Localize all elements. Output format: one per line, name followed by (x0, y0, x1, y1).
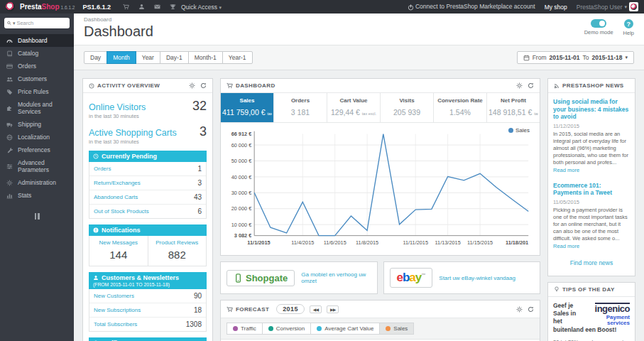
panel-refresh-icon[interactable] (528, 82, 534, 89)
messages-menu-icon[interactable] (154, 4, 160, 10)
read-more-link[interactable]: Read more (553, 167, 579, 173)
sidebar-item-advanced-parameters[interactable]: Advanced Parameters (0, 156, 74, 176)
forecast-tab-traffic[interactable]: Traffic (227, 323, 263, 335)
article-title-link[interactable]: Using social media for your business: 4 … (553, 98, 630, 121)
forecast-tab-average-cart-value[interactable]: Average Cart Value (310, 323, 380, 335)
range-month-button[interactable]: Month (107, 51, 136, 64)
exclamation-icon (93, 227, 99, 233)
panel-refresh-icon[interactable] (200, 82, 207, 89)
forecast-tab-sales[interactable]: Sales (379, 323, 414, 335)
svg-text:50 000 €: 50 000 € (231, 158, 252, 164)
forecast-tab-conversion[interactable]: Conversion (262, 323, 311, 335)
forecast-prev-button[interactable]: ◀◀ (310, 305, 322, 313)
new-messages-cell[interactable]: New Messages144 (89, 236, 148, 266)
search-icon (7, 21, 11, 26)
user-menu[interactable]: PrestaShop User ▾ (577, 2, 638, 11)
ingenico-logo: ingenico Paymentservices (582, 302, 630, 327)
svg-text:11/18/201: 11/18/201 (506, 239, 528, 246)
brand-name: PrestaShop1.6.1.2 (20, 3, 75, 11)
date-range-toolbar: Day Month Year Day-1 Month-1 Year-1 From… (74, 45, 644, 70)
sidebar-item-administration[interactable]: Administration (0, 176, 74, 189)
article-excerpt: Picking a payment provider is one of the… (553, 207, 630, 250)
kpi-orders[interactable]: Orders3 181 (274, 93, 327, 122)
credit-card-icon (6, 63, 13, 70)
sidebar-search[interactable]: ▾ (4, 18, 70, 28)
cart-menu-icon[interactable] (123, 4, 129, 10)
page-title: Dashboard (84, 23, 153, 40)
sidebar-item-price-rules[interactable]: Price Rules (0, 85, 74, 98)
kpi-sales[interactable]: Sales411 759,00 € tax excl. (221, 93, 274, 122)
sidebar-item-stats[interactable]: Stats (0, 189, 74, 202)
sidebar-item-modules[interactable]: Modules and Services (0, 98, 74, 118)
sidebar-item-shipping[interactable]: Shipping (0, 118, 74, 131)
range-month-1-button[interactable]: Month-1 (188, 51, 223, 64)
sidebar-item-orders[interactable]: Orders (0, 60, 74, 72)
marketplace-link[interactable]: Connect to PrestaShop Marketplace accoun… (408, 3, 535, 10)
customers-menu-icon[interactable] (138, 4, 145, 10)
kpi-conversion-rate[interactable]: Conversion Rate1.54% (434, 93, 487, 122)
quick-access-menu[interactable]: Quick Access ▾ (181, 4, 222, 11)
range-day-button[interactable]: Day (84, 51, 107, 64)
sidebar-item-preferences[interactable]: Preferences (0, 144, 74, 156)
pending-row[interactable]: Return/Exchanges3 (89, 176, 206, 190)
range-year-1-button[interactable]: Year-1 (222, 51, 253, 64)
demo-mode-toggle[interactable] (591, 19, 606, 28)
read-more-link[interactable]: Read more (553, 243, 579, 249)
kpi-cart-value[interactable]: Cart Value129,44 € tax excl. (327, 93, 381, 122)
sidebar-item-catalog[interactable]: Catalog (0, 47, 74, 60)
bar-chart-icon (6, 193, 13, 199)
trophy-menu-icon[interactable] (170, 4, 176, 10)
panel-settings-icon[interactable] (516, 306, 523, 313)
customers-row[interactable]: New Customers90 (89, 289, 206, 303)
customers-newsletters-header: Customers & Newsletters (FROM 2015-11-01… (89, 272, 207, 289)
article-title-link[interactable]: Ecommerce 101: Payments in a Tweet (553, 182, 630, 197)
calendar-icon (523, 55, 530, 61)
active-carts-link[interactable]: Active Shopping Carts (89, 128, 177, 138)
top-bar: PrestaShop1.6.1.2 PS1.6.1.2 Quick Access… (0, 0, 644, 13)
svg-text:20 000 €: 20 000 € (231, 205, 252, 212)
forecast-next-button[interactable]: ▶▶ (327, 305, 339, 313)
search-input[interactable] (16, 20, 67, 26)
sidebar-item-dashboard[interactable]: Dashboard (0, 34, 74, 47)
search-scope-caret-icon[interactable]: ▾ (13, 21, 16, 26)
sidebar-collapse-handle[interactable] (33, 213, 41, 220)
my-shop-link[interactable]: My shop (545, 4, 567, 11)
article-date: 11/12/2015 (553, 123, 630, 129)
range-day-1-button[interactable]: Day-1 (160, 51, 189, 64)
svg-text:3 082 €: 3 082 € (234, 232, 251, 239)
avg-cart-dot-icon (317, 326, 322, 331)
find-more-news-link[interactable]: Find more news (553, 259, 630, 266)
panel-refresh-icon[interactable] (528, 306, 534, 313)
date-range-picker[interactable]: From2015-11-01 To2015-11-18 ▾ (517, 51, 634, 64)
shopgate-link[interactable]: Ga mobiel en verhoog uw omzet (301, 271, 371, 284)
product-reviews-cell[interactable]: Product Reviews882 (148, 236, 207, 266)
cart-icon (227, 82, 233, 89)
article-excerpt: In 2015, social media are an integral pa… (553, 131, 630, 174)
pending-row[interactable]: Orders1 (89, 162, 206, 176)
activity-overview-panel: ACTIVITY OVERVIEW Online Visitors32 in t… (82, 78, 213, 341)
chevron-down-icon: ▾ (625, 55, 628, 60)
customers-row[interactable]: New Subscriptions18 (89, 303, 206, 318)
ebay-link[interactable]: Start uw eBay-winkel vandaag (439, 275, 515, 281)
panel-settings-icon[interactable] (189, 82, 195, 89)
pending-row[interactable]: Out of Stock Products6 (89, 205, 206, 218)
sidebar-item-customers[interactable]: Customers (0, 72, 74, 85)
gauge-icon (6, 38, 13, 44)
customers-row[interactable]: Total Subscribers1308 (89, 318, 206, 331)
active-carts-value: 3 (200, 124, 207, 139)
help-icon[interactable]: ? (624, 19, 633, 28)
dashboard-panel: DASHBOARD Sales411 759,00 € tax excl. Or… (220, 78, 540, 256)
breadcrumb[interactable]: Dashboard (84, 16, 153, 23)
svg-text:10 000 €: 10 000 € (231, 222, 252, 228)
sidebar-item-localization[interactable]: Localization (0, 131, 74, 144)
kpi-net-profit[interactable]: Net Profit148 918,51 € tax excl. (487, 93, 540, 122)
svg-text:11/1/2015: 11/1/2015 (247, 239, 270, 246)
chart-legend-sales[interactable]: Sales (508, 127, 530, 134)
pending-row[interactable]: Abandoned Carts43 (89, 190, 206, 205)
panel-settings-icon[interactable] (516, 82, 523, 89)
range-year-button[interactable]: Year (136, 51, 160, 64)
kpi-visits[interactable]: Visits205 939 (381, 93, 434, 122)
online-visitors-link[interactable]: Online Visitors (89, 102, 146, 112)
sales-line-chart: 66 912 €60 000 €50 000 €40 000 €30 000 €… (225, 126, 535, 252)
shop-code: PS1.6.1.2 (82, 4, 111, 11)
